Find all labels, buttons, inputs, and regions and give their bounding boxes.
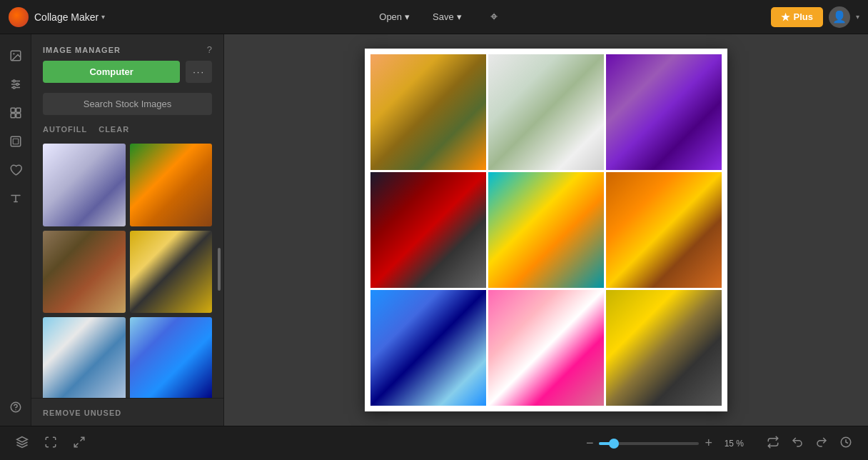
topbar-right: ★ Plus 👤 ▾ xyxy=(771,6,859,28)
app-name-chevron: ▾ xyxy=(101,13,105,21)
save-chevron: ▾ xyxy=(457,11,462,22)
app-name-label: Collage Maker xyxy=(34,11,99,23)
open-label: Open xyxy=(379,11,402,22)
redo-icon[interactable] xyxy=(811,433,832,454)
zoom-slider[interactable] xyxy=(599,442,699,445)
zoom-out-button[interactable]: − xyxy=(586,436,594,451)
svg-rect-8 xyxy=(11,108,15,112)
sidebar-item-image[interactable] xyxy=(3,43,29,69)
svg-point-6 xyxy=(16,84,18,86)
star-icon: ★ xyxy=(781,11,790,23)
layers-svg xyxy=(16,436,29,449)
panel-title: IMAGE MANAGER xyxy=(43,46,121,54)
collage-cell-1[interactable] xyxy=(370,54,486,170)
history-icon[interactable] xyxy=(835,433,857,454)
undo-icon[interactable] xyxy=(787,433,808,454)
app-name[interactable]: Collage Maker ▾ xyxy=(34,11,105,23)
layout-icon xyxy=(9,106,22,119)
collage-image-1 xyxy=(370,54,486,170)
collage-cell-3[interactable] xyxy=(606,54,722,170)
frame-icon xyxy=(9,135,22,148)
avatar-chevron[interactable]: ▾ xyxy=(856,13,859,21)
svg-point-7 xyxy=(13,86,15,89)
text-icon xyxy=(9,192,22,205)
panel-image-5[interactable] xyxy=(43,317,126,398)
collage-cell-6[interactable] xyxy=(606,172,722,288)
replace-svg xyxy=(767,436,779,449)
sidebar-item-text[interactable] xyxy=(3,186,29,211)
collage-image-8 xyxy=(488,290,604,406)
canvas-wrapper xyxy=(365,49,727,411)
adjust-icon xyxy=(9,78,22,91)
avatar[interactable]: 👤 xyxy=(829,6,850,28)
redo-svg xyxy=(815,436,828,449)
save-button[interactable]: Save ▾ xyxy=(424,8,470,26)
remove-unused-row: REMOVE UNUSED xyxy=(31,398,223,426)
collage-cell-7[interactable] xyxy=(370,290,486,406)
sidebar-item-favorite[interactable] xyxy=(3,157,29,183)
fullscreen-svg xyxy=(44,436,57,449)
heart-icon xyxy=(9,164,22,176)
history-svg xyxy=(839,436,852,449)
panel-image-4[interactable] xyxy=(130,231,213,314)
svg-point-1 xyxy=(13,53,14,54)
computer-button[interactable]: Computer xyxy=(43,61,180,83)
clear-button[interactable]: CLEAR xyxy=(99,125,129,134)
resize-icon[interactable] xyxy=(69,433,90,454)
icon-sidebar xyxy=(0,34,31,426)
zoom-thumb xyxy=(609,439,619,449)
app-logo xyxy=(9,7,29,27)
main-area: IMAGE MANAGER ? Computer ··· Search Stoc… xyxy=(0,34,868,426)
zoom-level: 15 % xyxy=(718,439,744,449)
sidebar-item-layout[interactable] xyxy=(3,100,29,126)
fullscreen-icon[interactable] xyxy=(40,433,61,454)
zoom-in-button[interactable]: + xyxy=(705,436,712,451)
sidebar-item-help[interactable] xyxy=(3,394,29,420)
remove-unused-button[interactable]: REMOVE UNUSED xyxy=(43,409,121,417)
panel-image-3[interactable] xyxy=(43,231,126,314)
panel-image-1[interactable] xyxy=(43,144,126,226)
left-panel: IMAGE MANAGER ? Computer ··· Search Stoc… xyxy=(31,34,224,426)
collage-cell-8[interactable] xyxy=(488,290,604,406)
sidebar-item-adjust[interactable] xyxy=(3,71,29,97)
more-button[interactable]: ··· xyxy=(186,61,212,83)
collage-image-7 xyxy=(370,290,486,406)
collage-cell-9[interactable] xyxy=(606,290,722,406)
svg-rect-13 xyxy=(13,139,19,144)
svg-point-5 xyxy=(13,80,15,82)
replace-icon[interactable] xyxy=(762,433,784,454)
scroll-indicator xyxy=(218,248,221,291)
zoom-controls: − + 15 % xyxy=(586,436,744,451)
avatar-icon: 👤 xyxy=(832,10,847,24)
collage-cell-5[interactable] xyxy=(488,172,604,288)
collage-image-9 xyxy=(606,290,722,406)
undo-svg xyxy=(791,436,804,449)
collage-image-4 xyxy=(370,172,486,288)
topbar-center: Open ▾ Save ▾ ⌖ xyxy=(370,8,497,26)
collage-image-3 xyxy=(606,54,722,170)
search-bar[interactable]: Search Stock Images xyxy=(43,93,212,115)
plus-label: Plus xyxy=(794,11,813,22)
help-icon xyxy=(9,401,22,414)
save-label: Save xyxy=(433,11,454,22)
sidebar-item-frame[interactable] xyxy=(3,129,29,154)
collage-image-2 xyxy=(488,54,604,170)
canvas-area xyxy=(224,34,868,426)
autofill-button[interactable]: AUTOFILL xyxy=(43,125,87,134)
topbar: Collage Maker ▾ Open ▾ Save ▾ ⌖ ★ Plus 👤… xyxy=(0,0,868,34)
layers-icon[interactable] xyxy=(11,433,33,454)
svg-rect-12 xyxy=(11,136,21,146)
cursor-icon: ⌖ xyxy=(490,9,498,24)
collage-grid xyxy=(370,54,722,406)
plus-button[interactable]: ★ Plus xyxy=(771,7,823,27)
open-button[interactable]: Open ▾ xyxy=(370,8,418,26)
autofill-row: AUTOFILL CLEAR xyxy=(31,122,223,141)
panel-image-2[interactable] xyxy=(130,144,213,226)
collage-cell-4[interactable] xyxy=(370,172,486,288)
collage-image-5 xyxy=(488,172,604,288)
panel-help-icon[interactable]: ? xyxy=(207,44,212,55)
panel-buttons: Computer ··· xyxy=(31,61,223,90)
svg-rect-11 xyxy=(16,114,20,118)
panel-image-6[interactable] xyxy=(130,317,213,398)
collage-cell-2[interactable] xyxy=(488,54,604,170)
